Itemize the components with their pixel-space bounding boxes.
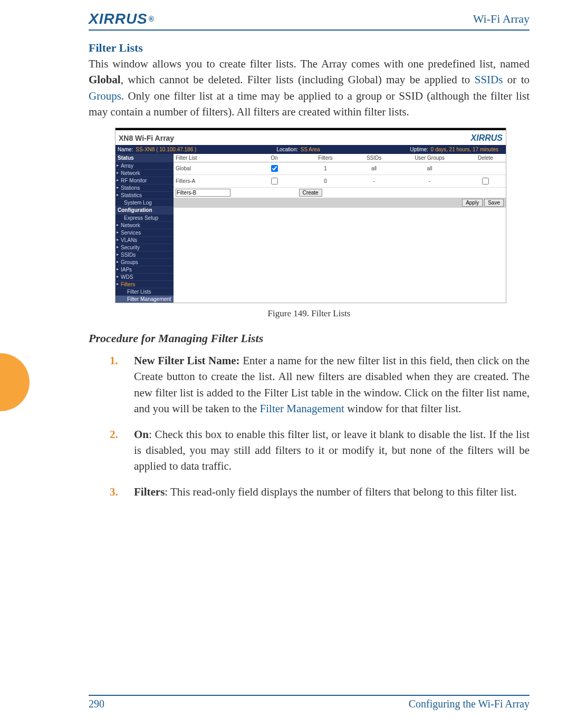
intro-bold: Global — [89, 73, 121, 86]
filter-management-link[interactable]: Filter Management — [260, 402, 344, 415]
cell-filters: 0 — [297, 174, 354, 187]
sidebar-item-ssids[interactable]: SSIDs — [116, 251, 174, 258]
sidebar: Status Array Network RF Monitor Stations… — [116, 154, 174, 303]
create-button[interactable]: Create — [299, 189, 322, 197]
status-loc-label: Location: — [276, 147, 298, 152]
cell-ssids: all — [354, 162, 394, 174]
cell-name[interactable]: Global — [174, 162, 252, 174]
cell-ssids: - — [354, 174, 394, 187]
logo-reg: ® — [149, 15, 155, 23]
row-global: Global 1 all all — [174, 162, 506, 174]
filter-table: Filter List On Filters SSIDs User Groups… — [174, 154, 506, 198]
ssids-link[interactable]: SSIDs — [475, 73, 503, 86]
status-name-label: Name: — [118, 147, 133, 152]
sidebar-item-iaps[interactable]: IAPs — [116, 266, 174, 273]
footer-text: Configuring the Wi-Fi Array — [409, 698, 530, 710]
figure-caption: Figure 149. Filter Lists — [89, 308, 530, 319]
step-3: Filters: This read-only field displays t… — [110, 484, 530, 500]
filtersa-delete-checkbox[interactable] — [482, 178, 489, 185]
step3-body1: : This read-only field displays the numb… — [165, 486, 516, 498]
status-loc-value: SS Area — [301, 147, 320, 152]
sidebar-item-filtermgmt[interactable]: Filter Management — [116, 295, 174, 303]
sidebar-item-syslog[interactable]: System Log — [116, 199, 174, 206]
screenshot: XN8 Wi-Fi Array XIRRUS Name: SS-XN8 ( 10… — [115, 128, 506, 303]
col-ssids: SSIDs — [354, 154, 394, 162]
intro-part-a: This window allows you to create filter … — [89, 57, 530, 70]
header-right: Wi-Fi Array — [473, 12, 530, 26]
brand-logo: XIRRUS — [471, 133, 503, 143]
sidebar-item-services[interactable]: Services — [116, 229, 174, 236]
col-filter-list: Filter List — [174, 154, 252, 162]
sidebar-item-statistics[interactable]: Statistics — [116, 191, 174, 199]
button-bar: Apply Save — [174, 198, 506, 208]
step1-lead: New Filter List Name: — [134, 354, 240, 367]
sidebar-item-array[interactable]: Array — [116, 162, 174, 169]
col-filters: Filters — [297, 154, 354, 162]
sidebar-item-network2[interactable]: Network — [116, 221, 174, 229]
main-panel: Filter List On Filters SSIDs User Groups… — [174, 154, 506, 303]
col-on: On — [252, 154, 296, 162]
step-2: On: Check this box to enable this filter… — [110, 426, 530, 474]
procedure-title: Procedure for Managing Filter Lists — [89, 332, 530, 345]
status-uptime-value: 0 days, 21 hours, 17 minutes — [431, 147, 498, 152]
cell-filters: 1 — [297, 162, 354, 174]
cell-groups: all — [394, 162, 465, 174]
sidebar-item-rf[interactable]: RF Monitor — [116, 177, 174, 184]
step1-body2: window for that filter list. — [344, 402, 461, 415]
status-name-value: SS-XN8 ( 10.100.47.186 ) — [136, 147, 196, 152]
sidebar-item-security[interactable]: Security — [116, 244, 174, 251]
sidebar-item-wds[interactable]: WDS — [116, 273, 174, 280]
cell-delete — [465, 162, 506, 174]
new-filter-name-input[interactable] — [176, 189, 230, 197]
apply-button[interactable]: Apply — [462, 199, 483, 207]
page-number: 290 — [89, 698, 104, 710]
array-title: XN8 Wi-Fi Array — [119, 134, 174, 142]
page-footer: 290 Configuring the Wi-Fi Array — [89, 695, 530, 710]
groups-link[interactable]: Groups — [89, 90, 121, 102]
step3-lead: Filters — [134, 486, 165, 498]
sidebar-group-config: Configuration — [116, 206, 174, 214]
sidebar-item-network[interactable]: Network — [116, 169, 174, 177]
figure-149: XN8 Wi-Fi Array XIRRUS Name: SS-XN8 ( 10… — [115, 128, 530, 303]
col-delete: Delete — [465, 154, 506, 162]
step2-lead: On — [134, 428, 149, 441]
intro-part-d: or to — [503, 73, 530, 86]
save-button[interactable]: Save — [484, 199, 504, 207]
col-groups: User Groups — [394, 154, 465, 162]
status-bar: Name: SS-XN8 ( 10.100.47.186 ) Location:… — [116, 145, 506, 154]
section-title: Filter Lists — [89, 41, 530, 55]
status-uptime-label: Uptime: — [410, 147, 428, 152]
logo-text: XIRRUS — [89, 11, 148, 27]
row-filters-a: Filters-A 0 - - — [174, 174, 506, 187]
sidebar-item-filters[interactable]: Filters — [116, 280, 174, 288]
page-header: XIRRUS® Wi-Fi Array — [89, 11, 530, 31]
side-tab — [0, 353, 30, 411]
sidebar-item-vlans[interactable]: VLANs — [116, 236, 174, 244]
procedure-steps: New Filter List Name: Enter a name for t… — [110, 353, 530, 500]
intro-paragraph: This window allows you to create filter … — [89, 56, 530, 120]
sidebar-item-filterlists[interactable]: Filter Lists — [116, 288, 174, 295]
logo: XIRRUS® — [89, 11, 155, 27]
cell-name[interactable]: Filters-A — [174, 174, 252, 187]
filtersa-on-checkbox[interactable] — [271, 178, 278, 185]
row-new: Create — [174, 187, 506, 198]
intro-part-e: . Only one filter list at a time may be … — [89, 90, 530, 118]
step-1: New Filter List Name: Enter a name for t… — [110, 353, 530, 417]
cell-groups: - — [394, 174, 465, 187]
sidebar-item-groups[interactable]: Groups — [116, 258, 174, 266]
global-on-checkbox[interactable] — [271, 165, 278, 172]
sidebar-item-stations[interactable]: Stations — [116, 184, 174, 191]
step2-body1: : Check this box to enable this filter l… — [134, 428, 530, 473]
sidebar-item-express[interactable]: Express Setup — [116, 214, 174, 221]
sidebar-group-status: Status — [116, 154, 174, 162]
intro-part-c: , which cannot be deleted. Filter lists … — [121, 73, 475, 86]
